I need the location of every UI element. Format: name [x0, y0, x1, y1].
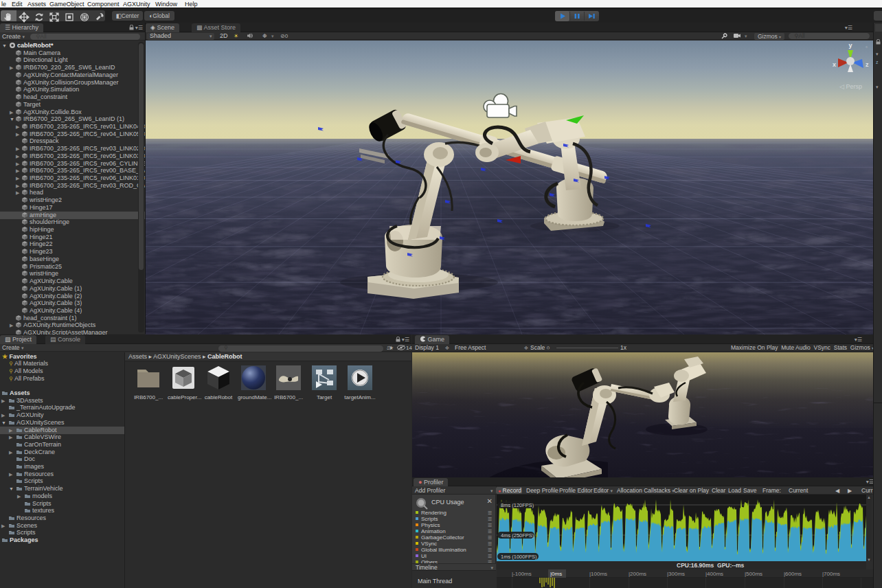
svg-text:y: y: [848, 42, 852, 49]
svg-text:◁ Persp: ◁ Persp: [839, 83, 862, 90]
svg-text:4ms (250FPS): 4ms (250FPS): [501, 532, 534, 539]
svg-text:x: x: [833, 61, 836, 68]
svg-text:◦: ◦: [866, 44, 868, 50]
svg-text:1ms (1000FPS): 1ms (1000FPS): [501, 554, 537, 560]
svg-text:z: z: [866, 61, 869, 68]
svg-text:8ms (120FPS): 8ms (120FPS): [501, 502, 534, 508]
